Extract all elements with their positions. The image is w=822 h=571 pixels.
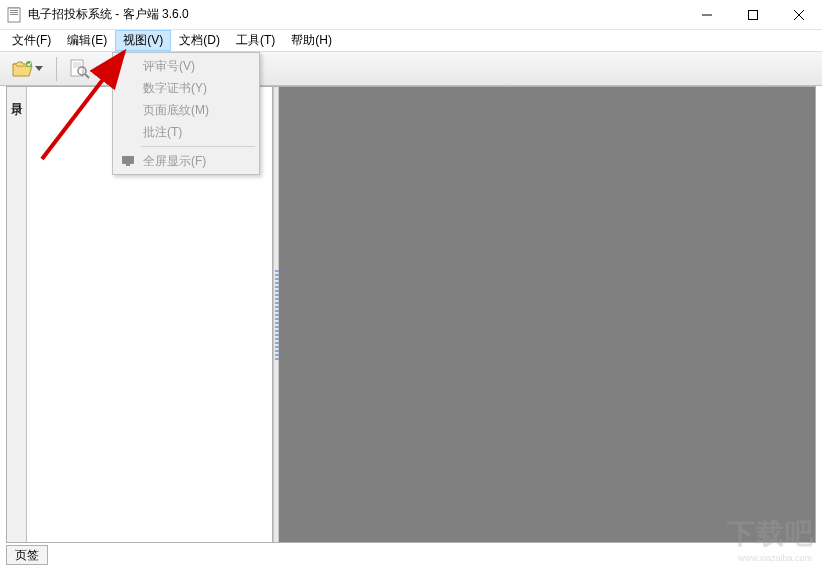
menu-file[interactable]: 文件(F) xyxy=(4,30,59,51)
svg-rect-1 xyxy=(10,10,18,11)
dropdown-item-review[interactable]: 评审号(V) xyxy=(115,55,257,77)
menu-edit[interactable]: 编辑(E) xyxy=(59,30,115,51)
splitter[interactable] xyxy=(273,87,279,542)
dropdown-item-pattern[interactable]: 页面底纹(M) xyxy=(115,99,257,121)
watermark-url: www.xiazaiba.com xyxy=(738,553,812,563)
search-doc-button[interactable] xyxy=(63,55,97,83)
svg-rect-9 xyxy=(71,60,83,76)
app-icon xyxy=(6,7,22,23)
dropdown-item-annot[interactable]: 批注(T) xyxy=(115,121,257,143)
watermark: 下载吧 xyxy=(727,515,814,553)
close-button[interactable] xyxy=(776,0,822,30)
svg-line-14 xyxy=(85,74,89,78)
svg-rect-16 xyxy=(126,164,130,166)
svg-rect-3 xyxy=(10,14,18,15)
window-title: 电子招投标系统 - 客户端 3.6.0 xyxy=(28,6,684,23)
minimize-button[interactable] xyxy=(684,0,730,30)
svg-rect-2 xyxy=(10,12,18,13)
dropdown-separator xyxy=(141,146,255,147)
menu-view[interactable]: 视图(V) xyxy=(115,30,171,51)
dropdown-item-cert[interactable]: 数字证书(Y) xyxy=(115,77,257,99)
dropdown-item-fullscreen[interactable]: 全屏显示(F) xyxy=(115,150,257,172)
menu-tool[interactable]: 工具(T) xyxy=(228,30,283,51)
title-bar: 电子招投标系统 - 客户端 3.6.0 xyxy=(0,0,822,30)
chevron-down-icon xyxy=(34,66,44,72)
side-tab-catalog[interactable]: 目录 xyxy=(7,87,27,542)
svg-rect-15 xyxy=(122,156,134,164)
content-pane xyxy=(279,87,815,542)
view-dropdown: 评审号(V) 数字证书(Y) 页面底纹(M) 批注(T) 全屏显示(F) xyxy=(112,52,260,175)
svg-rect-5 xyxy=(749,10,758,19)
open-button[interactable] xyxy=(6,55,50,83)
maximize-button[interactable] xyxy=(730,0,776,30)
menu-help[interactable]: 帮助(H) xyxy=(283,30,340,51)
menu-bar: 文件(F) 编辑(E) 视图(V) 文档(D) 工具(T) 帮助(H) xyxy=(0,30,822,52)
menu-document[interactable]: 文档(D) xyxy=(171,30,228,51)
splitter-grip-icon xyxy=(275,270,279,360)
dropdown-item-label: 全屏显示(F) xyxy=(143,153,206,170)
monitor-icon xyxy=(120,153,136,169)
toolbar-separator xyxy=(56,57,57,81)
bottom-tab[interactable]: 页签 xyxy=(6,545,48,565)
